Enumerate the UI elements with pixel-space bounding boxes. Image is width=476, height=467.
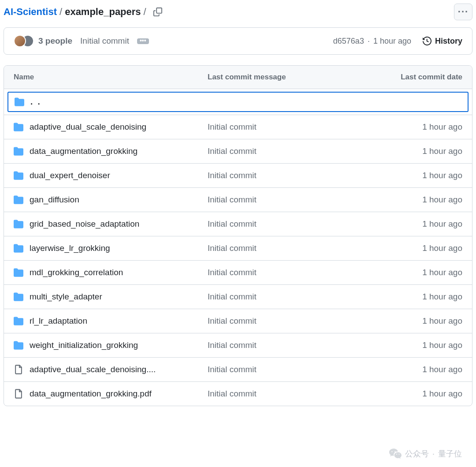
- table-row: adaptive_dual_scale_denoising....Initial…: [4, 358, 472, 382]
- commit-message-cell[interactable]: Initial commit: [208, 292, 365, 302]
- file-name[interactable]: gan_diffusion: [30, 195, 79, 205]
- breadcrumb-current: example_papers: [65, 6, 141, 18]
- name-cell[interactable]: gan_diffusion: [14, 195, 208, 205]
- file-name[interactable]: mdl_grokking_correlation: [30, 268, 123, 277]
- commit-message-cell[interactable]: Initial commit: [208, 365, 365, 374]
- table-row: dual_expert_denoiserInitial commit1 hour…: [4, 164, 472, 188]
- commit-date-cell: 1 hour ago: [365, 340, 462, 350]
- contributor-avatars[interactable]: [14, 35, 34, 47]
- file-name[interactable]: layerwise_lr_grokking: [30, 243, 110, 253]
- more-options-button[interactable]: ···: [454, 4, 472, 20]
- commit-date-cell: 1 hour ago: [365, 389, 462, 399]
- copy-path-button[interactable]: [153, 7, 162, 16]
- watermark-brand: 公众号: [405, 448, 429, 459]
- file-name[interactable]: adaptive_dual_scale_denoising....: [30, 365, 156, 374]
- commit-date-cell: 1 hour ago: [365, 122, 462, 132]
- commit-message-expand[interactable]: •••: [137, 38, 149, 44]
- commit-message-cell[interactable]: Initial commit: [208, 122, 365, 132]
- breadcrumb-repo-link[interactable]: AI-Scientist: [4, 6, 57, 18]
- breadcrumb: AI-Scientist / example_papers /: [4, 6, 162, 18]
- folder-icon: [14, 195, 23, 205]
- parent-directory-row[interactable]: . .: [7, 92, 469, 112]
- name-cell[interactable]: data_augmentation_grokking: [14, 146, 208, 156]
- th-date: Last commit date: [365, 73, 462, 82]
- table-row: mdl_grokking_correlationInitial commit1 …: [4, 261, 472, 285]
- folder-icon: [14, 219, 23, 229]
- watermark-author: 量子位: [438, 448, 462, 459]
- contributors-count[interactable]: 3 people: [38, 36, 72, 46]
- file-name[interactable]: multi_style_adapter: [30, 292, 102, 302]
- table-row: rl_lr_adaptationInitial commit1 hour ago: [4, 309, 472, 333]
- wechat-icon: [389, 448, 402, 459]
- table-row: data_augmentation_grokkingInitial commit…: [4, 139, 472, 164]
- file-icon: [14, 365, 23, 374]
- breadcrumb-separator: /: [60, 6, 62, 18]
- file-name[interactable]: dual_expert_denoiser: [30, 171, 110, 180]
- commit-message-link[interactable]: Initial commit: [80, 36, 129, 46]
- commit-date-cell: 1 hour ago: [365, 195, 462, 205]
- file-table: Name Last commit message Last commit dat…: [4, 65, 472, 406]
- table-row: gan_diffusionInitial commit1 hour ago: [4, 188, 472, 212]
- file-name[interactable]: data_augmentation_grokking: [30, 146, 138, 156]
- commit-date-cell: 1 hour ago: [365, 292, 462, 302]
- commit-date-cell: 1 hour ago: [365, 268, 462, 277]
- table-row: weight_initialization_grokkingInitial co…: [4, 333, 472, 358]
- watermark: 公众号 · 量子位: [389, 448, 462, 459]
- commit-message-cell[interactable]: Initial commit: [208, 389, 365, 399]
- table-row: grid_based_noise_adaptationInitial commi…: [4, 212, 472, 236]
- commit-date-cell: 1 hour ago: [365, 316, 462, 326]
- folder-icon: [14, 171, 23, 180]
- th-name: Name: [14, 73, 208, 82]
- th-message: Last commit message: [208, 73, 365, 82]
- folder-icon: [14, 268, 23, 277]
- name-cell[interactable]: rl_lr_adaptation: [14, 316, 208, 326]
- table-row: layerwise_lr_grokkingInitial commit1 hou…: [4, 236, 472, 261]
- commit-date-cell: 1 hour ago: [365, 171, 462, 180]
- commit-date-cell: 1 hour ago: [365, 365, 462, 374]
- file-name[interactable]: data_augmentation_grokking.pdf: [30, 389, 152, 399]
- folder-icon: [14, 292, 23, 302]
- name-cell[interactable]: grid_based_noise_adaptation: [14, 219, 208, 229]
- table-row: multi_style_adapterInitial commit1 hour …: [4, 285, 472, 309]
- name-cell[interactable]: adaptive_dual_scale_denoising: [14, 122, 208, 132]
- latest-commit-bar: 3 people Initial commit ••• d6576a3 · 1 …: [4, 27, 472, 55]
- folder-icon: [15, 97, 24, 107]
- folder-icon: [14, 146, 23, 156]
- table-header: Name Last commit message Last commit dat…: [4, 66, 472, 89]
- copy-icon: [153, 7, 162, 16]
- history-link[interactable]: History: [423, 37, 462, 46]
- file-name[interactable]: rl_lr_adaptation: [30, 316, 87, 326]
- name-cell[interactable]: multi_style_adapter: [14, 292, 208, 302]
- commit-date-cell: 1 hour ago: [365, 243, 462, 253]
- commit-message-cell[interactable]: Initial commit: [208, 171, 365, 180]
- commit-sha[interactable]: d6576a3: [333, 37, 364, 46]
- history-label: History: [435, 37, 462, 46]
- name-cell[interactable]: layerwise_lr_grokking: [14, 243, 208, 253]
- avatar: [14, 35, 26, 47]
- folder-icon: [14, 316, 23, 326]
- commit-message-cell[interactable]: Initial commit: [208, 316, 365, 326]
- name-cell[interactable]: data_augmentation_grokking.pdf: [14, 389, 208, 399]
- file-name[interactable]: weight_initialization_grokking: [30, 340, 138, 350]
- folder-icon: [14, 122, 23, 132]
- history-icon: [423, 37, 431, 45]
- file-name[interactable]: grid_based_noise_adaptation: [30, 219, 139, 229]
- file-icon: [14, 389, 23, 399]
- commit-message-cell[interactable]: Initial commit: [208, 243, 365, 253]
- commit-message-cell[interactable]: Initial commit: [208, 195, 365, 205]
- name-cell[interactable]: weight_initialization_grokking: [14, 340, 208, 350]
- folder-icon: [14, 243, 23, 253]
- name-cell[interactable]: dual_expert_denoiser: [14, 171, 208, 180]
- commit-message-cell[interactable]: Initial commit: [208, 268, 365, 277]
- name-cell[interactable]: mdl_grokking_correlation: [14, 268, 208, 277]
- commit-message-cell[interactable]: Initial commit: [208, 146, 365, 156]
- commit-time: 1 hour ago: [373, 37, 411, 46]
- table-row: data_augmentation_grokking.pdfInitial co…: [4, 382, 472, 406]
- parent-dots: . .: [30, 97, 41, 107]
- table-row: adaptive_dual_scale_denoisingInitial com…: [4, 115, 472, 139]
- breadcrumb-separator: /: [144, 6, 146, 18]
- commit-message-cell[interactable]: Initial commit: [208, 219, 365, 229]
- name-cell[interactable]: adaptive_dual_scale_denoising....: [14, 365, 208, 374]
- commit-message-cell[interactable]: Initial commit: [208, 340, 365, 350]
- file-name[interactable]: adaptive_dual_scale_denoising: [30, 122, 146, 132]
